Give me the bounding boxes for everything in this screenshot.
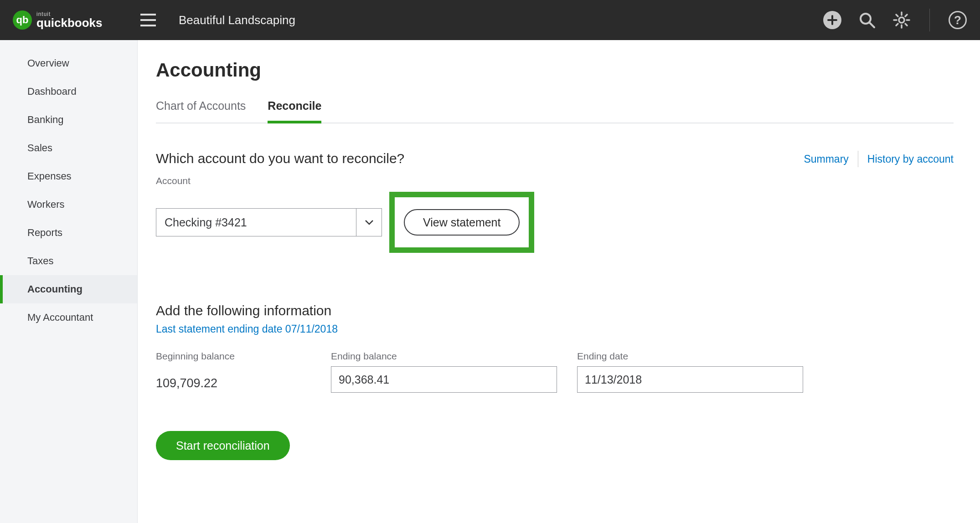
- sidebar-item-my-accountant[interactable]: My Accountant: [0, 303, 137, 332]
- add-button[interactable]: [823, 10, 842, 30]
- brand-text: intuit quickbooks: [36, 11, 102, 29]
- history-link[interactable]: History by account: [867, 153, 954, 165]
- sidebar-item-reports[interactable]: Reports: [0, 219, 137, 247]
- help-icon: ?: [949, 11, 967, 29]
- topbar-divider: [929, 9, 930, 31]
- search-button[interactable]: [857, 10, 877, 30]
- sidebar-item-taxes[interactable]: Taxes: [0, 247, 137, 275]
- svg-rect-0: [140, 14, 156, 15]
- main-content: Accounting Chart of Accounts Reconcile W…: [138, 40, 980, 523]
- sidebar-item-sales[interactable]: Sales: [0, 134, 137, 162]
- reconcile-links: Summary History by account: [804, 151, 954, 167]
- chevron-down-icon: [365, 220, 374, 225]
- last-statement-link[interactable]: Last statement ending date 07/11/2018: [156, 323, 338, 335]
- ending-date-input[interactable]: [577, 366, 803, 393]
- sidebar: Overview Dashboard Banking Sales Expense…: [0, 40, 138, 523]
- svg-line-4: [870, 23, 874, 27]
- ending-balance-input[interactable]: [331, 366, 557, 393]
- reconcile-question: Which account do you want to reconcile?: [156, 151, 404, 166]
- gear-icon: [892, 11, 911, 29]
- sidebar-item-workers[interactable]: Workers: [0, 190, 137, 219]
- brand-name: quickbooks: [36, 17, 102, 29]
- account-select-chevron: [356, 209, 382, 236]
- sidebar-item-expenses[interactable]: Expenses: [0, 162, 137, 190]
- ending-balance-label: Ending balance: [331, 351, 557, 362]
- sidebar-item-banking[interactable]: Banking: [0, 106, 137, 134]
- sidebar-item-accounting[interactable]: Accounting: [0, 275, 137, 303]
- svg-rect-2: [140, 25, 156, 26]
- hamburger-icon: [140, 14, 156, 26]
- brand-logo[interactable]: qb intuit quickbooks: [13, 10, 122, 30]
- search-icon: [858, 11, 876, 29]
- info-heading: Add the following information: [156, 303, 954, 318]
- topbar: qb intuit quickbooks Beautiful Landscapi…: [0, 0, 980, 40]
- start-reconciliation-button[interactable]: Start reconciliation: [156, 431, 290, 460]
- tab-reconcile[interactable]: Reconcile: [268, 99, 321, 123]
- beginning-balance-label: Beginning balance: [156, 351, 311, 362]
- qb-logo-icon: qb: [13, 10, 32, 30]
- beginning-balance-value: 109,709.22: [156, 376, 311, 390]
- view-statement-button[interactable]: View statement: [404, 209, 520, 236]
- summary-link[interactable]: Summary: [804, 153, 848, 165]
- account-select-value: Checking #3421: [156, 216, 356, 229]
- account-label: Account: [156, 175, 954, 186]
- sidebar-item-dashboard[interactable]: Dashboard: [0, 77, 137, 106]
- svg-rect-1: [140, 19, 156, 21]
- topbar-actions: ?: [823, 9, 967, 31]
- link-divider: [858, 151, 858, 167]
- svg-point-5: [899, 17, 904, 23]
- plus-icon: [823, 11, 841, 29]
- tab-chart-of-accounts[interactable]: Chart of Accounts: [156, 99, 246, 123]
- help-button[interactable]: ?: [948, 10, 967, 30]
- ending-date-label: Ending date: [577, 351, 803, 362]
- page-title: Accounting: [156, 59, 954, 81]
- hamburger-menu-button[interactable]: [140, 14, 156, 26]
- page-tabs: Chart of Accounts Reconcile: [156, 99, 954, 123]
- settings-button[interactable]: [892, 10, 911, 30]
- company-name[interactable]: Beautiful Landscaping: [179, 13, 295, 27]
- view-statement-highlight: View statement: [389, 192, 534, 253]
- account-select[interactable]: Checking #3421: [156, 208, 382, 236]
- sidebar-item-overview[interactable]: Overview: [0, 49, 137, 77]
